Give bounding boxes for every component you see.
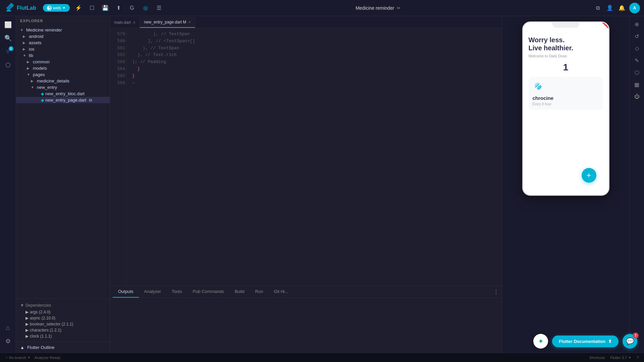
bolt-icon[interactable]: ⚡	[74, 3, 83, 13]
edit-project-icon[interactable]: ✏	[397, 5, 401, 11]
dep-item-clock[interactable]: ▶ clock (1.1.1)	[16, 333, 110, 339]
medicine-name: chrocine	[533, 95, 599, 101]
tree-item-new-entry-page[interactable]: ◆ new_entry_page.dart M	[16, 97, 110, 103]
tab-new-entry-page-dart[interactable]: new_entry_page.dart M ×	[140, 17, 195, 28]
activity-bottom: ⌂ ⚙	[2, 322, 14, 350]
chat-button[interactable]: 💬 7	[623, 334, 637, 349]
tree-item-common[interactable]: ▶ common	[16, 59, 110, 65]
bell-icon[interactable]: 🔔	[617, 3, 627, 13]
activity-explorer-icon[interactable]: ⬜	[2, 19, 14, 31]
menu-icon[interactable]: ☰	[154, 3, 164, 13]
bottom-tab-analyzer[interactable]: Analyzer	[139, 286, 167, 298]
tab-label: new_entry_page.dart M	[144, 20, 186, 24]
chevron-right-icon: ▶	[31, 79, 36, 83]
sidebar-dependencies-header[interactable]: ▼ Dependencies	[16, 302, 110, 309]
flutter-version-selector[interactable]: Flutter 3.7 ▼	[610, 356, 631, 360]
chevron-right-icon: ▶	[25, 310, 29, 314]
bottom-tab-tools[interactable]: Tools	[166, 286, 187, 298]
chatgpt-button[interactable]: ✦	[533, 334, 548, 349]
dep-label: boolean_selector (2.1.1)	[30, 322, 73, 326]
logo-text: FlutLab	[17, 5, 36, 11]
person-icon[interactable]: 👤	[605, 3, 614, 13]
file-tree: ▼ Medicine reminder ▶ android ▶ assets ▶…	[16, 25, 110, 299]
code-line: }	[132, 73, 496, 80]
tab-close-icon[interactable]: ×	[188, 19, 191, 25]
code-editor[interactable]: 579 580 581 582 583 584 585 586 ), // Te…	[110, 28, 502, 286]
rt-edit-icon[interactable]: ✎	[632, 55, 642, 66]
code-line: ); // Padding	[132, 59, 496, 66]
dropdown-chevron-icon: ▼	[62, 6, 66, 10]
dart-file-icon: ◆	[41, 92, 44, 96]
rt-power-icon[interactable]: ⏻	[632, 91, 642, 102]
activity-search-icon[interactable]: 🔍	[2, 32, 14, 44]
line-num: 583	[111, 59, 125, 66]
bottom-tab-build[interactable]: Build	[229, 286, 250, 298]
shortcuts-button[interactable]: Shortcuts	[589, 356, 605, 360]
flutter-outline-section[interactable]: ▲ Flutter Outline	[16, 342, 110, 353]
tree-item-ios[interactable]: ▶ ios	[16, 46, 110, 52]
help-button[interactable]: ?	[637, 356, 639, 360]
topbar: FlutLab ▶ web ▼ ⚡ ☐ 💾 ⬆ G ◎ ☰ Medicine r…	[0, 0, 644, 16]
rt-qr-icon[interactable]: ▦	[632, 79, 642, 90]
bottom-panel-more-icon[interactable]: ⋮	[493, 288, 499, 296]
save-icon[interactable]: 💾	[101, 3, 110, 13]
run-button[interactable]: ▶ web ▼	[43, 4, 70, 12]
bottom-tab-label: Tools	[172, 289, 182, 294]
code-line: ], // <TextSpan>[]	[132, 38, 496, 45]
phone-fab-button[interactable]: +	[582, 168, 596, 183]
tree-item-pages[interactable]: ▼ pages	[16, 71, 110, 78]
dart-file-icon: ◆	[41, 98, 44, 103]
rt-diamond-icon[interactable]: ◇	[632, 43, 642, 54]
layers-icon[interactable]: ⧉	[593, 3, 602, 13]
line-num: 582	[111, 52, 125, 59]
medicine-pill-icon	[533, 81, 599, 94]
phone-notch	[552, 22, 579, 28]
tree-item-medicine-details[interactable]: ▶ medicine_details	[16, 78, 110, 84]
right-toolbar: ⊕ ↺ ◇ ✎ ⬡ ▦ ⏻	[629, 16, 644, 353]
tree-item-new-entry[interactable]: ▼ new_entry	[16, 84, 110, 90]
chevron-down-icon: ▼	[23, 54, 28, 57]
bottom-tab-run[interactable]: Run	[250, 286, 269, 298]
git-branch-label: No branch	[9, 356, 26, 360]
activity-settings-icon[interactable]: ⚙	[2, 335, 14, 347]
chat-notification-badge: 7	[633, 333, 639, 339]
tree-item-assets[interactable]: ▶ assets	[16, 40, 110, 46]
code-body[interactable]: ), // TextSpan ], // <TextSpan>[] ), // …	[127, 28, 502, 286]
preview-panel: DEBUG Worry less. Live healthier. Welcom…	[502, 16, 629, 353]
rt-zoom-icon[interactable]: ⊕	[632, 19, 642, 29]
bottom-tab-outputs[interactable]: Outputs	[113, 286, 139, 298]
bottom-tab-pub-commands[interactable]: Pub Commands	[187, 286, 229, 298]
dep-item-characters[interactable]: ▶ characters (1.2.1)	[16, 327, 110, 333]
tab-close-icon[interactable]: ×	[133, 20, 136, 25]
git-branch-indicator[interactable]: ⑂ No branch ▼	[5, 356, 31, 360]
rt-external-link-icon[interactable]: ⬡	[632, 67, 642, 78]
dep-item-async[interactable]: ▶ async (2.10.0)	[16, 315, 110, 321]
target-icon[interactable]: ◎	[141, 3, 150, 13]
dep-item-args[interactable]: ▶ args (2.4.0)	[16, 309, 110, 315]
tree-item-new-entry-bloc[interactable]: ◆ new_entry_bloc.dart	[16, 90, 110, 97]
medicine-frequency: Every 8 hour	[533, 102, 599, 106]
upload-icon[interactable]: ⬆	[114, 3, 123, 13]
editor-tabs: main.dart × new_entry_page.dart M ×	[110, 16, 502, 28]
activity-git-icon[interactable]: ⑂ 1	[2, 46, 14, 58]
tree-item-lib[interactable]: ▼ lib	[16, 52, 110, 59]
line-num: 581	[111, 45, 125, 52]
phone-icon[interactable]: ☐	[87, 3, 97, 13]
avatar[interactable]: A	[629, 3, 640, 13]
analyzer-status[interactable]: Analyzer Ready	[35, 356, 61, 360]
dep-item-boolean-selector[interactable]: ▶ boolean_selector (2.1.1)	[16, 321, 110, 327]
flutter-documentation-button[interactable]: Flutter Documentation ⬆	[552, 336, 619, 347]
activity-home-icon[interactable]: ⌂	[2, 322, 14, 334]
bottom-tab-git-history[interactable]: Git Hi...	[268, 286, 293, 298]
google-icon[interactable]: G	[127, 3, 137, 13]
activity-debug-icon[interactable]: ⬡	[2, 59, 14, 71]
chatgpt-icon: ✦	[538, 337, 544, 345]
tree-item-models[interactable]: ▶ models	[16, 65, 110, 71]
rt-refresh-icon[interactable]: ↺	[632, 31, 642, 42]
tree-item-android[interactable]: ▶ android	[16, 33, 110, 40]
dep-label: async (2.10.0)	[30, 316, 55, 320]
play-icon: ▶	[47, 6, 52, 10]
tab-main-dart[interactable]: main.dart ×	[110, 17, 140, 28]
sidebar-header: Explorer	[16, 16, 110, 25]
tree-item-medicine-reminder[interactable]: ▼ Medicine reminder	[16, 27, 110, 33]
